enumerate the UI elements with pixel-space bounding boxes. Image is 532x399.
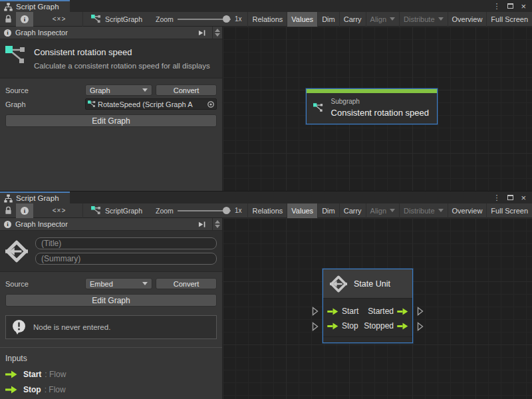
port-connector-icon[interactable] bbox=[417, 307, 424, 316]
zoom-slider-handle[interactable] bbox=[223, 15, 230, 23]
inspector-toggle-button[interactable]: i bbox=[16, 203, 33, 218]
graph-name-label: ScriptGraph bbox=[105, 207, 142, 215]
info-icon: i bbox=[4, 29, 11, 37]
lock-icon bbox=[5, 15, 12, 23]
toolbar-button-values[interactable]: Values bbox=[287, 203, 317, 218]
lock-button[interactable] bbox=[0, 12, 16, 27]
toolbar-button-carry[interactable]: Carry bbox=[339, 12, 366, 27]
flow-arrow-icon[interactable] bbox=[397, 323, 408, 330]
window-menu-icon[interactable]: ⋮ bbox=[493, 3, 500, 10]
graph-inspector-header: i Graph Inspector bbox=[0, 218, 222, 231]
toolbar-button-relations[interactable]: Relations bbox=[247, 203, 287, 218]
toolbar-button-carry[interactable]: Carry bbox=[339, 203, 366, 218]
window-menu-icon[interactable]: ⋮ bbox=[493, 194, 500, 201]
script-graph-window-top: Script Graph ⋮ × i <×> bbox=[0, 0, 532, 191]
graph-inspector-header: i Graph Inspector bbox=[0, 27, 222, 39]
title-input[interactable] bbox=[35, 237, 217, 249]
close-icon[interactable]: × bbox=[521, 194, 526, 202]
tab-script-graph[interactable]: Script Graph bbox=[0, 192, 70, 203]
convert-button[interactable]: Convert bbox=[156, 84, 217, 96]
edit-graph-button[interactable]: Edit Graph bbox=[5, 114, 217, 127]
graph-inspector-panel: i Graph Inspector bbox=[0, 218, 223, 399]
lock-button[interactable] bbox=[0, 203, 16, 218]
toolbar-button-fullscreen[interactable]: Full Screen bbox=[486, 12, 532, 27]
flow-arrow-icon[interactable] bbox=[327, 308, 338, 315]
zoom-slider[interactable] bbox=[178, 203, 231, 218]
toolbar-button-align[interactable]: Align bbox=[366, 12, 399, 27]
state-unit-header: State Unit bbox=[323, 269, 412, 299]
state-unit-node[interactable]: State Unit Start Started bbox=[323, 269, 413, 343]
dock-icon[interactable] bbox=[195, 27, 208, 39]
subgraph-icon bbox=[5, 46, 27, 65]
flow-arrow-icon bbox=[5, 386, 17, 394]
toolbar-button-dim[interactable]: Dim bbox=[317, 12, 339, 27]
code-icon: <×> bbox=[53, 15, 66, 23]
chevron-up-icon bbox=[215, 220, 220, 223]
inputs-header: Inputs bbox=[5, 354, 217, 363]
graph-object-field[interactable]: RotateSpeed (Script Graph A bbox=[85, 98, 217, 110]
code-view-button[interactable]: <×> bbox=[48, 203, 70, 218]
close-icon[interactable]: × bbox=[521, 2, 526, 11]
toolbar-button-relations[interactable]: Relations bbox=[247, 12, 287, 27]
inspector-pager[interactable] bbox=[212, 218, 222, 231]
info-icon: i bbox=[4, 221, 11, 228]
toolbar-button-overview[interactable]: Overview bbox=[448, 12, 487, 27]
flow-arrow-icon[interactable] bbox=[327, 323, 338, 330]
zoom-slider-handle[interactable] bbox=[223, 207, 230, 214]
graph-toolbar: i <×> ScriptGraph Zoom 1 bbox=[0, 203, 532, 218]
port-connector-icon[interactable] bbox=[312, 322, 319, 331]
source-label: Source bbox=[5, 280, 85, 288]
chevron-down-icon bbox=[438, 17, 444, 21]
toolbar-button-values[interactable]: Values bbox=[287, 12, 317, 27]
window-controls: ⋮ × bbox=[493, 192, 532, 203]
inspector-title: Graph Inspector bbox=[15, 29, 68, 37]
convert-button[interactable]: Convert bbox=[156, 278, 217, 289]
port-connector-icon[interactable] bbox=[312, 307, 319, 316]
maximize-icon[interactable] bbox=[507, 3, 513, 9]
flow-arrow-icon[interactable] bbox=[397, 308, 408, 315]
lock-icon bbox=[5, 206, 12, 215]
chevron-down-icon bbox=[438, 209, 444, 212]
subgraph-icon bbox=[88, 100, 96, 108]
chevron-down-icon bbox=[142, 282, 148, 285]
graph-toolbar: i <×> ScriptGraph Zoom 1 bbox=[0, 12, 532, 27]
source-dropdown[interactable]: Graph bbox=[85, 84, 152, 96]
graph-breadcrumb[interactable]: ScriptGraph bbox=[82, 203, 142, 218]
inspector-title: Graph Inspector bbox=[15, 220, 68, 228]
graph-canvas[interactable]: State Unit Start Started bbox=[223, 218, 532, 399]
chevron-down-icon bbox=[390, 17, 395, 21]
graph-canvas[interactable]: Subgraph Consistent rotation speed bbox=[223, 27, 532, 191]
toolbar-buttons: Relations Values Dim Carry Align Distrib… bbox=[247, 12, 532, 27]
toolbar-button-distribute[interactable]: Distribute bbox=[399, 12, 447, 27]
zoom-slider[interactable] bbox=[178, 12, 231, 27]
toolbar-button-dim[interactable]: Dim bbox=[317, 203, 339, 218]
toolbar-button-overview[interactable]: Overview bbox=[448, 203, 487, 218]
node-title: State Unit bbox=[354, 279, 390, 289]
inspector-pager[interactable] bbox=[212, 27, 222, 39]
port-out-label: Stopped bbox=[364, 321, 394, 331]
zoom-label: Zoom bbox=[156, 15, 174, 23]
unity-graph-windows: Script Graph ⋮ × i <×> bbox=[0, 0, 532, 399]
zoom-control: Zoom 1x bbox=[156, 12, 241, 27]
source-dropdown[interactable]: Embed bbox=[85, 278, 152, 289]
port-connector-icon[interactable] bbox=[417, 322, 424, 331]
code-view-button[interactable]: <×> bbox=[48, 12, 70, 27]
graph-breadcrumb[interactable]: ScriptGraph bbox=[82, 12, 142, 27]
toolbar-button-distribute[interactable]: Distribute bbox=[399, 203, 447, 218]
inputs-section: Inputs Start : Flow bbox=[0, 347, 222, 399]
toolbar-button-fullscreen[interactable]: Full Screen bbox=[486, 203, 532, 218]
object-picker-icon[interactable] bbox=[207, 100, 215, 108]
unit-summary-box: Consistent rotation speed Calculate a co… bbox=[0, 39, 222, 78]
source-label: Source bbox=[5, 86, 85, 94]
toolbar-button-align[interactable]: Align bbox=[366, 203, 399, 218]
edit-graph-button[interactable]: Edit Graph bbox=[5, 294, 217, 307]
graph-hierarchy-icon bbox=[4, 194, 13, 203]
flow-arrow-icon bbox=[5, 370, 17, 378]
summary-input[interactable] bbox=[35, 253, 217, 265]
tab-bar: Script Graph ⋮ × bbox=[0, 0, 532, 12]
inspector-toggle-button[interactable]: i bbox=[16, 12, 33, 27]
maximize-icon[interactable] bbox=[507, 195, 513, 200]
dock-icon[interactable] bbox=[195, 218, 208, 231]
tab-script-graph[interactable]: Script Graph bbox=[0, 0, 70, 12]
subgraph-node[interactable]: Subgraph Consistent rotation speed bbox=[306, 88, 438, 124]
